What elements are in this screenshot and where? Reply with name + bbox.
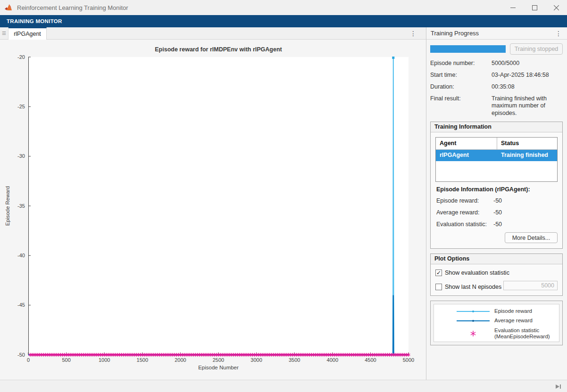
start-time-value: 03-Apr-2025 18:46:58 (492, 72, 563, 79)
panel-title: Training Progress (431, 30, 479, 37)
checkbox-label-0: Show evaluation statistic (445, 270, 509, 276)
agent-status-table: Agent Status rlPGAgent Training finished (435, 137, 558, 182)
expand-panel-icon[interactable] (554, 383, 562, 390)
svg-text:500: 500 (62, 357, 70, 363)
evaluation-statistic-value: -50 (493, 221, 502, 228)
panel-menu-icon[interactable]: ⋮ (554, 28, 563, 39)
svg-text:4000: 4000 (327, 357, 338, 363)
table-row[interactable]: rlPGAgent Training finished (436, 150, 557, 161)
window-title: Reinforcement Learning Training Monitor (17, 4, 128, 11)
training-information-title: Training Information (431, 122, 562, 132)
legend-label: Evaluation statistic (MeanEpisodeReward) (494, 327, 550, 340)
average-reward-label: Average reward: (436, 209, 480, 216)
svg-text:1500: 1500 (137, 357, 148, 363)
episode-reward-line-icon (457, 308, 490, 315)
svg-text:-20: -20 (17, 54, 25, 60)
training-progress-bar (430, 45, 506, 53)
tab-rlpgagent[interactable]: rlPGAgent (8, 27, 47, 40)
svg-text:-50: -50 (17, 352, 25, 358)
show-last-n-episodes-row[interactable]: ✓ Show last N episodes (435, 282, 501, 292)
tab-strip-menu-icon[interactable]: ⋮ (408, 28, 418, 39)
svg-text:-25: -25 (17, 104, 25, 109)
average-reward-value: -50 (493, 209, 502, 216)
evaluation-statistic-label: Evaluation statistic: (436, 221, 487, 228)
legend-panel: Episode reward Average reward Evaluation… (430, 301, 563, 345)
svg-text:3000: 3000 (250, 357, 262, 363)
document-tab-strip: ☰ rlPGAgent ⋮ (0, 27, 426, 40)
status-cell: Training finished (497, 150, 548, 161)
checkbox-box-0[interactable]: ✓ (435, 270, 442, 276)
training-chart: Episode reward for rlMDPEnv with rlPGAge… (0, 40, 425, 380)
start-time-label: Start time: (430, 72, 457, 78)
checkbox-box-1[interactable]: ✓ (435, 284, 442, 290)
legend-entry-average-reward: Average reward (457, 317, 559, 325)
svg-text:-35: -35 (17, 203, 25, 209)
svg-text:5000: 5000 (403, 357, 414, 363)
svg-text:2500: 2500 (213, 357, 224, 363)
svg-text:-40: -40 (17, 253, 25, 258)
status-bar (0, 380, 567, 392)
panel-header: Training Progress ⋮ (426, 27, 567, 40)
svg-text:Episode Reward: Episode Reward (5, 186, 10, 226)
episode-number-label: Episode number: (430, 60, 475, 66)
episode-information-title: Episode Information (rlPGAgent): (436, 186, 530, 193)
svg-text:Episode reward for rlMDPEnv wi: Episode reward for rlMDPEnv with rlPGAge… (155, 46, 282, 53)
title-bar: Reinforcement Learning Training Monitor (0, 0, 567, 15)
svg-text:-30: -30 (17, 153, 25, 159)
app-window: Reinforcement Learning Training Monitor … (0, 0, 567, 392)
status-column-header: Status (497, 138, 557, 149)
episode-reward-label: Episode reward: (436, 197, 479, 204)
svg-text:0: 0 (27, 357, 30, 363)
svg-text:1000: 1000 (99, 357, 110, 363)
evaluation-asterisk-icon (457, 330, 490, 337)
more-details-button[interactable]: More Details... (505, 232, 558, 243)
agent-column-header: Agent (436, 138, 497, 149)
legend-box: Episode reward Average reward Evaluation… (434, 304, 559, 342)
agent-cell: rlPGAgent (436, 150, 497, 161)
chart-document: Episode reward for rlMDPEnv with rlPGAge… (0, 40, 425, 380)
progress-fill (430, 45, 506, 53)
ribbon-tab-training-monitor[interactable]: TRAINING MONITOR (0, 15, 69, 27)
episode-number-value: 5000/5000 (492, 60, 563, 67)
training-information-panel: Training Information Agent Status rlPGAg… (430, 122, 563, 249)
show-evaluation-statistic-row[interactable]: ✓ Show evaluation statistic (435, 268, 509, 278)
last-n-episodes-input[interactable] (503, 281, 558, 290)
table-header-row: Agent Status (436, 138, 557, 150)
final-result-value: Training finished with maximum number of… (492, 95, 563, 117)
svg-text:Episode Number: Episode Number (198, 365, 239, 370)
episode-reward-value: -50 (493, 197, 502, 204)
duration-value: 00:35:08 (492, 83, 563, 90)
final-result-label: Final result: (430, 95, 461, 102)
legend-entry-evaluation-statistic: Evaluation statistic (MeanEpisodeReward) (457, 327, 559, 340)
checkbox-label-1: Show last N episodes (445, 284, 501, 290)
ribbon-toolstrip: TRAINING MONITOR (0, 15, 567, 27)
checkmark-icon: ✓ (436, 270, 441, 276)
minimize-button[interactable] (502, 0, 524, 15)
duration-label: Duration: (430, 83, 454, 90)
legend-entry-episode-reward: Episode reward (457, 308, 559, 315)
svg-text:2000: 2000 (175, 357, 186, 363)
matlab-logo-icon (5, 4, 13, 11)
legend-label: Average reward (494, 318, 533, 324)
plot-options-title: Plot Options (431, 254, 562, 264)
tab-grip-icon[interactable]: ☰ (0, 27, 8, 39)
legend-label: Episode reward (494, 308, 532, 314)
training-stopped-button[interactable]: Training stopped (510, 43, 563, 55)
svg-text:-45: -45 (17, 302, 25, 308)
close-button[interactable] (545, 0, 567, 15)
plot-options-panel: Plot Options ✓ Show evaluation statistic… (430, 253, 563, 296)
svg-text:4500: 4500 (365, 357, 376, 363)
training-progress-panel: Training Progress ⋮ Training stopped Epi… (426, 27, 567, 380)
average-reward-line-icon (457, 317, 490, 325)
maximize-button[interactable] (524, 0, 545, 15)
svg-text:3500: 3500 (289, 357, 300, 363)
